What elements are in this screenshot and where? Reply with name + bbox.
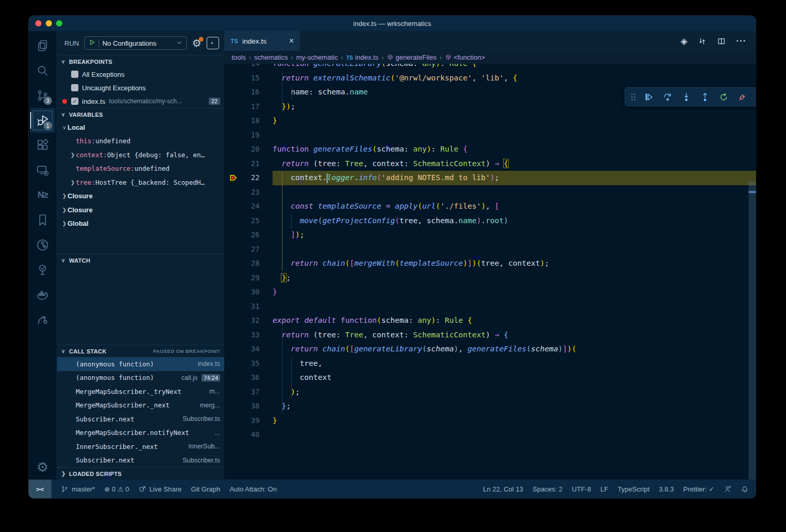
breakpoint-row[interactable]: ✓index.tstools/schematics/my-sch...22 (57, 94, 224, 108)
drag-handle-icon[interactable] (628, 93, 639, 101)
code-line[interactable]: 19 (224, 128, 756, 143)
more-actions-icon[interactable]: ··· (736, 36, 747, 46)
debug-console-button[interactable] (207, 37, 219, 49)
launch-configuration-dropdown[interactable]: No Configurations (84, 36, 187, 50)
variable-row[interactable]: ❯context: Object {debug: false, en… (57, 148, 224, 162)
variables-section-header[interactable]: ∨ VARIABLES (57, 108, 224, 120)
call-stack-frame[interactable]: (anonymous function)index.ts (57, 357, 224, 371)
breakpoints-section-header[interactable]: ∨ BREAKPOINTS (57, 55, 224, 67)
checkbox[interactable] (71, 84, 78, 91)
code-line[interactable]: 40 (224, 428, 756, 442)
status-problems[interactable]: ⊗ 0 ⚠ 0 (104, 485, 129, 493)
code-line[interactable]: 23 (224, 185, 756, 200)
code-line[interactable]: 38 }; (224, 399, 756, 414)
code-line[interactable]: 22 context.logger.info('adding NOTES.md … (224, 171, 756, 185)
call-stack-frame[interactable]: MergeMapSubscriber.notifyNext... (57, 426, 224, 440)
status-git-graph[interactable]: Git Graph (191, 485, 220, 493)
split-editor-icon[interactable] (717, 37, 726, 46)
code-line[interactable]: 28 return chain([mergeWith(templateSourc… (224, 256, 756, 271)
code-line[interactable]: 25 move(getProjectConfig(tree, schema.na… (224, 214, 756, 228)
activity-item-live-share-ext[interactable] (30, 307, 55, 332)
code-line[interactable]: 37 ); (224, 385, 756, 400)
code-line[interactable]: 20function generateFiles(schema: any): R… (224, 142, 756, 157)
activity-item-remote-explorer[interactable] (30, 158, 55, 183)
status-language[interactable]: TypeScript (618, 485, 649, 493)
status-git-branch[interactable]: master* (61, 485, 95, 493)
continue-button[interactable] (641, 89, 657, 105)
code-line[interactable]: 26 ]); (224, 228, 756, 242)
call-stack-frame[interactable]: (anonymous function)call.js74:24 (57, 371, 224, 385)
code-line[interactable]: 14function generateLibrary(schema: any):… (224, 64, 756, 71)
step-over-button[interactable] (659, 89, 676, 105)
remote-indicator[interactable]: >< (29, 480, 51, 498)
breadcrumb-item[interactable]: TSindex.ts (346, 53, 378, 61)
breadcrumb-item[interactable]: tools (232, 53, 246, 61)
breakpoint-row[interactable]: Uncaught Exceptions (57, 81, 224, 94)
breadcrumb-item[interactable]: <function> (445, 53, 485, 61)
watch-section-header[interactable]: ∨ WATCH (57, 254, 224, 266)
activity-item-explorer[interactable] (30, 33, 55, 58)
code-editor[interactable]: 14function generateLibrary(schema: any):… (224, 64, 756, 480)
status-auto-attach[interactable]: Auto Attach: On (229, 485, 277, 493)
breadcrumb-item[interactable]: my-schematic (296, 53, 338, 61)
extension-action-icon[interactable]: ◈ (681, 36, 687, 47)
status-cursor-position[interactable]: Ln 22, Col 13 (483, 485, 523, 493)
status-prettier[interactable]: Prettier: ✓ (683, 485, 714, 493)
code-line[interactable]: 34 return chain([generateLibrary(schema)… (224, 342, 756, 357)
step-out-button[interactable] (697, 89, 713, 105)
disconnect-button[interactable] (734, 89, 751, 105)
breadcrumb-item[interactable]: schematics (254, 53, 288, 61)
activity-item-bookmarks[interactable] (30, 208, 55, 233)
tab-index-ts[interactable]: TS index.ts × (224, 31, 300, 51)
checkbox-checked[interactable]: ✓ (71, 98, 78, 105)
activity-item-docker[interactable] (30, 282, 55, 307)
code-line[interactable]: 18} (224, 114, 756, 128)
code-line[interactable]: 24 const templateSource = apply(url('./f… (224, 199, 756, 214)
status-encoding[interactable]: UTF-8 (572, 485, 591, 493)
variable-row[interactable]: ∨Local (57, 120, 224, 134)
code-line[interactable]: 31 (224, 299, 756, 314)
activity-item-git-graph-ext[interactable] (30, 233, 55, 257)
breakpoint-row[interactable]: All Exceptions (57, 67, 224, 81)
code-line[interactable]: 35 tree, (224, 357, 756, 371)
close-icon[interactable]: × (289, 36, 294, 46)
activity-item-source-control[interactable]: 3 (30, 83, 55, 108)
status-ts-version[interactable]: 3.8.3 (659, 485, 674, 493)
checkbox[interactable] (71, 71, 78, 78)
code-line[interactable]: 29 }; (224, 271, 756, 285)
code-line[interactable]: 36 context (224, 371, 756, 385)
activity-item-settings[interactable]: ⚙ (30, 455, 55, 480)
current-step-icon[interactable] (224, 174, 242, 182)
debug-settings-button[interactable]: ⚙ (192, 38, 201, 48)
variable-row[interactable]: ❯Global (57, 217, 224, 231)
status-eol[interactable]: LF (600, 485, 608, 493)
variable-row[interactable]: ❯Closure (57, 189, 224, 203)
step-into-button[interactable] (678, 89, 695, 105)
activity-item-extensions[interactable] (30, 133, 55, 158)
editor-scrollbar[interactable] (749, 182, 756, 480)
call-stack-frame[interactable]: Subscriber.nextSubscriber.ts (57, 412, 224, 426)
activity-item-run-and-debug[interactable]: 1 (30, 108, 55, 133)
code-line[interactable]: 33 return (tree: Tree, context: Schemati… (224, 328, 756, 343)
code-line[interactable]: 15 return externalSchematic('@nrwl/works… (224, 71, 756, 86)
code-line[interactable]: 27 (224, 242, 756, 257)
status-live-share[interactable]: Live Share (139, 485, 182, 493)
call-stack-section-header[interactable]: ∨ CALL STACK PAUSED ON BREAKPOINT (57, 345, 224, 357)
variable-row[interactable]: ❯Closure (57, 203, 224, 217)
call-stack-frame[interactable]: MergeMapSubscriber._tryNextm... (57, 385, 224, 399)
code-line[interactable]: 21 return (tree: Tree, context: Schemati… (224, 157, 756, 171)
activity-item-search[interactable] (30, 58, 55, 83)
variable-row[interactable]: this: undefined (57, 134, 224, 148)
restart-button[interactable] (715, 89, 732, 105)
code-line[interactable]: 30} (224, 285, 756, 299)
code-line[interactable]: 39} (224, 414, 756, 428)
status-feedback[interactable] (724, 485, 731, 493)
call-stack-frame[interactable]: Subscriber.nextSubscriber.ts (57, 454, 224, 468)
variable-row[interactable]: templateSource: undefined (57, 162, 224, 176)
loaded-scripts-section-header[interactable]: ❯ LOADED SCRIPTS (57, 467, 224, 480)
compare-changes-icon[interactable] (698, 37, 707, 46)
breadcrumb-item[interactable]: generateFiles (387, 53, 437, 61)
status-indentation[interactable]: Spaces: 2 (533, 485, 563, 493)
status-notifications[interactable] (741, 485, 749, 493)
call-stack-frame[interactable]: MergeMapSubscriber._nextmerg... (57, 399, 224, 413)
